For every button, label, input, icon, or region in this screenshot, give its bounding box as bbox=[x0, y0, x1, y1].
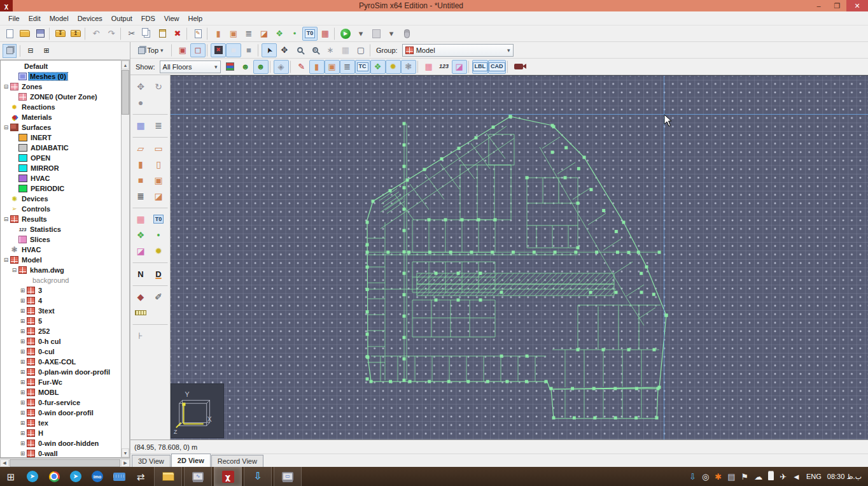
tree-item-khamdwg[interactable]: ⊟ kham.dwg bbox=[1, 265, 121, 275]
run-fds-icon[interactable]: ▶ bbox=[338, 27, 353, 41]
tree-item-model[interactable]: ⊟ Model bbox=[1, 255, 121, 265]
tab-record-view[interactable]: Record View bbox=[211, 455, 263, 467]
resume-icon[interactable] bbox=[368, 27, 384, 41]
zoom-select-icon[interactable]: ∗ bbox=[323, 43, 338, 57]
thermocouple-tool-icon[interactable]: T0 bbox=[150, 211, 167, 227]
group-dropdown[interactable]: Model ▾ bbox=[402, 44, 514, 57]
orbit-sphere-icon[interactable]: ● bbox=[132, 95, 149, 110]
tree-item-meshes[interactable]: Meshes (0) bbox=[1, 71, 121, 82]
tree-vertical-scrollbar[interactable]: ▲ ▼ bbox=[121, 60, 130, 458]
mesh-list-icon[interactable]: ≣ bbox=[150, 118, 167, 133]
menu-view[interactable]: View bbox=[160, 13, 184, 24]
mesh-tool-icon[interactable]: ▦ bbox=[132, 118, 149, 133]
menu-edit[interactable]: Edit bbox=[24, 13, 45, 24]
zone-tool-icon[interactable]: ▦ bbox=[132, 211, 149, 227]
tree-mode-icon[interactable] bbox=[3, 44, 17, 58]
cad-toggle-button[interactable]: CAD bbox=[488, 60, 506, 74]
menu-output[interactable]: Output bbox=[107, 13, 137, 24]
edit-record-icon[interactable]: ✎ bbox=[190, 27, 206, 41]
display-settings-button[interactable]: ▭ bbox=[274, 467, 302, 486]
new-surface-icon[interactable]: ≣ bbox=[241, 27, 256, 41]
tree-item-0furservice[interactable]: ⊞ 0-fur-service bbox=[1, 397, 121, 408]
tree-item-adiabatic[interactable]: ADIABATIC bbox=[1, 143, 121, 153]
menu-file[interactable]: File bbox=[4, 13, 24, 24]
show-sprinklers-icon[interactable]: ✹ bbox=[386, 60, 401, 74]
open-icon[interactable] bbox=[17, 27, 32, 41]
floors-dropdown[interactable]: All Floors ▾ bbox=[160, 61, 221, 73]
tray-cloud-icon[interactable]: ☁ bbox=[754, 473, 762, 481]
floors-filter-icon[interactable] bbox=[223, 60, 238, 74]
paste-icon[interactable] bbox=[155, 27, 170, 41]
menu-model[interactable]: Model bbox=[45, 13, 73, 24]
tab-2d-view[interactable]: 2D View bbox=[171, 454, 211, 467]
scroll-up-icon[interactable]: ▲ bbox=[122, 61, 129, 69]
tray-flag-icon[interactable]: ⚑ bbox=[741, 473, 749, 481]
device-tool-icon[interactable]: ✹ bbox=[150, 243, 167, 259]
show-holes-icon[interactable]: ▣ bbox=[325, 60, 340, 74]
tree-item-surfaces[interactable]: ⊟ Surfaces bbox=[1, 122, 121, 132]
new-group-icon[interactable]: ▦ bbox=[318, 27, 333, 41]
tray-record-icon[interactable]: ◎ bbox=[702, 473, 709, 481]
tree-item-slices[interactable]: Slices bbox=[1, 234, 121, 245]
copy-icon[interactable] bbox=[139, 27, 155, 41]
smokeview-icon[interactable] bbox=[399, 27, 414, 41]
new-obst-text-tool[interactable]: N bbox=[132, 266, 149, 282]
close-button[interactable]: ✕ bbox=[846, 0, 868, 11]
show-particles-icon[interactable]: ❖ bbox=[370, 60, 386, 74]
new-obstruction-icon[interactable]: ▮ bbox=[211, 27, 226, 41]
show-hvac-icon[interactable]: ❃ bbox=[401, 60, 416, 74]
tray-list-icon[interactable]: ▤ bbox=[727, 473, 735, 481]
pan-tool-icon[interactable]: ✥ bbox=[277, 43, 292, 57]
draw-dim-tool[interactable]: D bbox=[150, 266, 167, 282]
tree-horizontal-scrollbar[interactable]: ◀ ▶ bbox=[0, 458, 130, 467]
scroll-thumb[interactable] bbox=[122, 70, 129, 115]
pan-icon[interactable]: ✥ bbox=[132, 79, 149, 94]
tree-item-4[interactable]: ⊞ 4 bbox=[1, 296, 121, 306]
show-zones-icon[interactable]: ▦ bbox=[421, 60, 437, 74]
tree-item-reactions[interactable]: Reactions bbox=[1, 102, 121, 112]
show-stats-icon[interactable]: 123 bbox=[437, 60, 452, 74]
tree-item-default[interactable]: Default bbox=[1, 61, 121, 71]
menu-devices[interactable]: Devices bbox=[73, 13, 107, 24]
wedge-tool-icon[interactable]: ◪ bbox=[150, 189, 167, 204]
gray-cube-icon[interactable]: ■ bbox=[241, 43, 256, 57]
select-tool-icon[interactable]: ➤ bbox=[262, 43, 277, 57]
expand-all-button[interactable]: ⊞ bbox=[39, 44, 53, 58]
tree-item-open[interactable]: OPEN bbox=[1, 153, 121, 163]
run-dropdown-icon[interactable]: ▾ bbox=[353, 27, 368, 41]
imo-icon[interactable]: imo bbox=[87, 467, 108, 486]
delete-icon[interactable]: ✖ bbox=[170, 27, 185, 41]
file-explorer-button[interactable] bbox=[154, 467, 182, 486]
tree-item-devices[interactable]: Devices bbox=[1, 194, 121, 204]
hide-mesh-icon[interactable]: ✖ bbox=[211, 43, 226, 57]
view-direction-button[interactable]: Top ▾ bbox=[133, 43, 170, 57]
marker-pen-icon[interactable]: ✎ bbox=[294, 60, 309, 74]
save-icon[interactable] bbox=[32, 27, 48, 41]
tray-battery-icon[interactable] bbox=[768, 472, 774, 482]
show-surfaces-icon[interactable]: ≣ bbox=[340, 60, 355, 74]
solid-cube-icon[interactable]: ■ bbox=[226, 43, 241, 57]
person-view-icon[interactable]: ☻ bbox=[238, 60, 253, 74]
cut-icon[interactable]: ✂ bbox=[124, 27, 139, 41]
zoom-window-icon[interactable] bbox=[307, 43, 323, 57]
hole-tool-icon[interactable]: ▣ bbox=[150, 173, 167, 188]
import-icon[interactable]: ↧ bbox=[53, 27, 68, 41]
show-obstructions-icon[interactable]: ▮ bbox=[309, 60, 325, 74]
restore-button[interactable]: ❐ bbox=[828, 0, 846, 11]
tree-item-statistics[interactable]: Statistics bbox=[1, 224, 121, 234]
telegram-icon[interactable]: ➤ bbox=[22, 467, 43, 486]
tree-item-0windoorprofil[interactable]: ⊞ 0-win door-profil bbox=[1, 408, 121, 418]
new-hole-icon[interactable]: ▣ bbox=[226, 27, 241, 41]
network-arrows-icon[interactable]: ⇄ bbox=[130, 467, 151, 486]
tray-airplane-icon[interactable]: ✈ bbox=[780, 473, 787, 481]
scroll-down-icon[interactable]: ▼ bbox=[122, 448, 129, 457]
reset-view-icon[interactable]: ▢ bbox=[353, 43, 368, 57]
new-wedge-icon[interactable]: ◪ bbox=[256, 27, 272, 41]
tray-volume-icon[interactable]: ◄ bbox=[792, 473, 801, 481]
tree-item-mobl[interactable]: ⊞ MOBL bbox=[1, 387, 121, 397]
group-tool-icon[interactable]: ⊦ bbox=[132, 328, 149, 343]
tree-item-3[interactable]: ⊞ 3 bbox=[1, 285, 121, 296]
tree-item-0cul[interactable]: ⊞ 0-cul bbox=[1, 347, 121, 357]
person-edit-icon[interactable]: ☻ bbox=[253, 60, 269, 74]
wall-tool-icon[interactable]: ▮ bbox=[132, 157, 149, 172]
